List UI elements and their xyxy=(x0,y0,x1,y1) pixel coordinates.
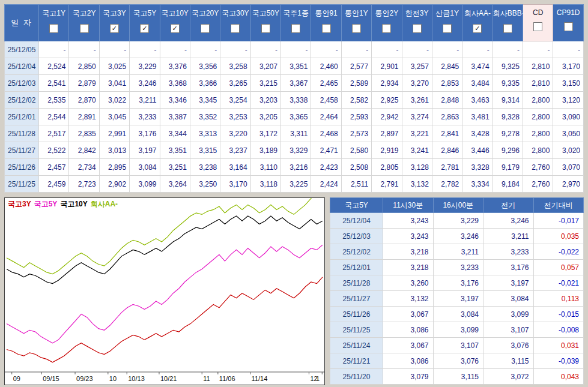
column-checkbox[interactable] xyxy=(231,24,240,33)
column-checkbox[interactable] xyxy=(564,22,573,31)
intraday-table: 국고5Y11시30분16시00분전기전기대비25/12/043,2433,229… xyxy=(330,197,584,385)
column-checkbox[interactable] xyxy=(443,24,452,33)
column-checkbox[interactable] xyxy=(503,24,512,33)
value-cell: 2,863 xyxy=(432,109,462,125)
intraday-row: 25/11/273,1323,1973,0840,113 xyxy=(330,291,584,307)
value-cell: 3,238 xyxy=(190,159,220,176)
value-cell: 9,179 xyxy=(493,159,523,176)
column-label: 국고10Y xyxy=(160,5,190,19)
column-checkbox[interactable] xyxy=(80,24,89,33)
value-cell: 9,325 xyxy=(493,58,523,75)
intraday-header-row: 국고5Y11시30분16시00분전기전기대비 xyxy=(330,198,584,213)
column-header-5[interactable]: 국고20Y xyxy=(190,5,220,41)
date-cell: 25/12/03 xyxy=(330,229,383,244)
column-checkbox[interactable] xyxy=(291,24,300,33)
column-checkbox[interactable] xyxy=(201,24,210,33)
change-cell: -0,021 xyxy=(533,275,584,291)
date-cell: 25/11/26 xyxy=(330,307,383,322)
value-cell: 2,580 xyxy=(341,142,371,159)
change-cell: -0,008 xyxy=(533,322,584,338)
column-checkbox[interactable] xyxy=(322,24,331,33)
column-checkbox[interactable]: ✓ xyxy=(110,24,119,33)
column-label: 국고30Y xyxy=(220,5,250,19)
value-cell: 2,577 xyxy=(341,58,371,75)
value-cell: 9,278 xyxy=(493,125,523,142)
column-checkbox[interactable] xyxy=(382,24,391,33)
date-cell: 25/11/28 xyxy=(5,125,39,142)
column-header-2[interactable]: 국고3Y✓ xyxy=(99,5,129,41)
time1130-cell: 3,218 xyxy=(383,260,434,275)
column-header-10[interactable]: 통안1Y xyxy=(341,5,371,41)
value-cell: 3,170 xyxy=(553,58,584,75)
column-header-6[interactable]: 국고30Y xyxy=(220,5,250,41)
value-cell: 9,184 xyxy=(493,176,523,193)
value-cell: 2,800 xyxy=(523,109,553,125)
column-header-1[interactable]: 국고2Y xyxy=(69,5,99,41)
column-header-13[interactable]: 산금1Y xyxy=(432,5,462,41)
value-cell: 3,215 xyxy=(250,75,280,92)
value-cell: 2,522 xyxy=(39,142,69,159)
checkbox-wrap xyxy=(251,24,280,33)
value-cell: 3,128 xyxy=(402,159,432,176)
column-header-12[interactable]: 한전3Y xyxy=(402,5,432,41)
column-checkbox[interactable] xyxy=(261,24,270,33)
column-checkbox[interactable] xyxy=(352,24,361,33)
value-cell: 3,090 xyxy=(553,109,584,125)
column-header-9[interactable]: 통안91 xyxy=(311,5,341,41)
column-checkbox[interactable] xyxy=(533,22,542,31)
legend-item-0: 국고3Y xyxy=(8,200,31,208)
column-checkbox[interactable]: ✓ xyxy=(473,24,482,33)
column-header-15[interactable]: 회사BBB- xyxy=(493,5,523,41)
value-cell: 2,845 xyxy=(432,58,462,75)
value-cell: 3,356 xyxy=(190,58,220,75)
column-checkbox[interactable] xyxy=(413,24,422,33)
column-checkbox[interactable]: ✓ xyxy=(171,24,180,33)
prev-cell: 3,072 xyxy=(483,369,534,385)
date-cell: 25/11/25 xyxy=(330,322,383,338)
column-label: 한전3Y xyxy=(402,5,432,19)
column-header-0[interactable]: 국고1Y xyxy=(39,5,69,41)
column-checkbox[interactable] xyxy=(49,24,58,33)
value-cell: 3,205 xyxy=(250,109,280,125)
value-cell: 2,517 xyxy=(39,125,69,142)
column-header-4[interactable]: 국고10Y✓ xyxy=(160,5,190,41)
column-header-7[interactable]: 국고50Y xyxy=(250,5,280,41)
value-cell: 2,846 xyxy=(432,142,462,159)
value-cell: 3,253 xyxy=(220,109,250,125)
column-label: 국주1종 xyxy=(281,5,311,19)
value-cell: 3,338 xyxy=(281,92,311,109)
time1130-cell: 3,086 xyxy=(383,353,434,369)
x-tick-label: 10 xyxy=(109,375,117,382)
value-cell: 2,593 xyxy=(341,109,371,125)
intraday-row: 25/11/203,0793,1153,0720,043 xyxy=(330,369,584,385)
column-header-11[interactable]: 통안2Y xyxy=(372,5,402,41)
column-checkbox[interactable]: ✓ xyxy=(140,24,149,33)
column-header-3[interactable]: 국고5Y✓ xyxy=(130,5,160,41)
value-cell: 9,314 xyxy=(493,92,523,109)
column-header-14[interactable]: 회사AA-✓ xyxy=(462,5,493,41)
value-cell: 3,315 xyxy=(190,142,220,159)
time1600-cell: 3,107 xyxy=(433,338,483,353)
value-cell: 2,895 xyxy=(99,159,129,176)
checkbox-wrap xyxy=(220,24,250,33)
x-tick-label: 10/21 xyxy=(160,375,177,382)
value-cell: 3,376 xyxy=(160,58,190,75)
value-cell: 2,970 xyxy=(553,176,584,193)
change-cell: -0,015 xyxy=(533,307,584,322)
column-header-16[interactable]: CD xyxy=(523,5,553,41)
value-cell: 3,387 xyxy=(160,109,190,125)
value-cell: 2,835 xyxy=(69,125,99,142)
time1130-cell: 3,132 xyxy=(383,291,434,307)
time1130-cell: 3,243 xyxy=(383,229,434,244)
column-header-17[interactable]: CP91D xyxy=(553,5,584,41)
x-tick-label: 10/13 xyxy=(128,375,145,382)
value-cell: 3,484 xyxy=(462,75,493,92)
column-label: 국고50Y xyxy=(251,5,280,19)
table-row: 25/12/05------------------ xyxy=(5,41,584,58)
value-cell: 3,251 xyxy=(160,159,190,176)
column-label: 통안2Y xyxy=(372,5,401,19)
value-cell: 3,099 xyxy=(130,176,160,193)
value-cell: 2,457 xyxy=(39,159,69,176)
time1600-cell: 3,197 xyxy=(433,291,483,307)
column-header-8[interactable]: 국주1종 xyxy=(281,5,311,41)
